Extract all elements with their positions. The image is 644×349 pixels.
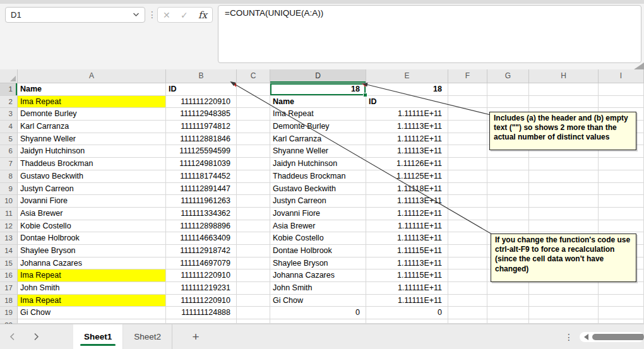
cell-D8[interactable]: Thaddeus Brockman bbox=[270, 170, 366, 183]
cell-A18[interactable]: Ima Repeat bbox=[18, 295, 166, 307]
cell-C12[interactable] bbox=[237, 220, 270, 233]
cell-F16[interactable] bbox=[448, 269, 487, 282]
cell-B10[interactable]: 111111961263 bbox=[166, 195, 237, 208]
cell-D5[interactable]: Karl Carranza bbox=[270, 133, 366, 146]
cell-C14[interactable] bbox=[237, 245, 270, 257]
cell-H11[interactable] bbox=[529, 208, 599, 220]
cell-H9[interactable] bbox=[529, 183, 599, 196]
cell-E18[interactable]: 1.11111E+11 bbox=[366, 295, 448, 307]
cell-E9[interactable]: 1.11118E+11 bbox=[366, 183, 448, 196]
cell-C19[interactable] bbox=[237, 307, 270, 319]
cell-I11[interactable] bbox=[599, 208, 644, 220]
row-header-3[interactable]: 3 bbox=[0, 108, 18, 121]
cell-B9[interactable]: 111112891447 bbox=[166, 183, 237, 196]
row-header-5[interactable]: 5 bbox=[0, 133, 18, 146]
cell-C17[interactable] bbox=[237, 282, 270, 295]
cell-G11[interactable] bbox=[487, 208, 529, 220]
column-header-F[interactable]: F bbox=[448, 69, 487, 83]
cell-D4[interactable]: Demonte Burley bbox=[270, 121, 366, 133]
cell-G7[interactable] bbox=[487, 158, 529, 170]
cell-B5[interactable]: 111112881846 bbox=[166, 133, 237, 146]
row-header-6[interactable]: 6 bbox=[0, 145, 18, 158]
cell-E13[interactable]: 1.11113E+11 bbox=[366, 232, 448, 245]
select-all-button[interactable] bbox=[0, 69, 18, 83]
row-header-18[interactable]: 18 bbox=[0, 295, 18, 307]
note-recalculation-tip[interactable]: If you change the function's code use ct… bbox=[491, 234, 636, 282]
cell-C7[interactable] bbox=[237, 158, 270, 170]
cancel-icon[interactable]: ✕ bbox=[163, 11, 170, 20]
cell-A5[interactable]: Shyanne Weller bbox=[18, 133, 166, 146]
cell-B11[interactable]: 111111334362 bbox=[166, 208, 237, 220]
cell-G12[interactable] bbox=[487, 220, 529, 233]
cell-C13[interactable] bbox=[237, 232, 270, 245]
cell-I2[interactable] bbox=[599, 96, 644, 109]
cell-F12[interactable] bbox=[448, 220, 487, 233]
row-header-16[interactable]: 16 bbox=[0, 269, 18, 282]
cell-B2[interactable]: 111111220910 bbox=[166, 96, 237, 109]
cell-G18[interactable] bbox=[487, 295, 529, 307]
cell-F15[interactable] bbox=[448, 257, 487, 270]
column-header-H[interactable]: H bbox=[529, 69, 599, 83]
cell-C5[interactable] bbox=[237, 133, 270, 146]
cell-C2[interactable] bbox=[237, 96, 270, 109]
cell-B3[interactable]: 111112948385 bbox=[166, 108, 237, 121]
row-header-1[interactable]: 1 bbox=[0, 83, 18, 96]
cell-E6[interactable]: 1.11113E+11 bbox=[366, 145, 448, 158]
cell-F18[interactable] bbox=[448, 295, 487, 307]
cell-D18[interactable]: Gi Chow bbox=[270, 295, 366, 307]
row-header-7[interactable]: 7 bbox=[0, 158, 18, 170]
tab-menu-ellipsis-icon[interactable]: ⋮ bbox=[558, 332, 580, 342]
cell-D16[interactable]: Johanna Cazares bbox=[270, 269, 366, 282]
cell-C1[interactable] bbox=[237, 83, 270, 96]
cell-F9[interactable] bbox=[448, 183, 487, 196]
cell-F1[interactable] bbox=[448, 83, 487, 96]
insert-function-icon[interactable]: fx bbox=[198, 9, 207, 21]
sheet-tab-sheet1[interactable]: Sheet1 bbox=[73, 324, 123, 349]
cell-B15[interactable]: 111114697079 bbox=[166, 257, 237, 270]
cell-H8[interactable] bbox=[529, 170, 599, 183]
cell-G9[interactable] bbox=[487, 183, 529, 196]
cell-F4[interactable] bbox=[448, 121, 487, 133]
cell-A19[interactable]: Gi Chow bbox=[18, 307, 166, 319]
cell-D19[interactable]: 0 bbox=[270, 307, 366, 319]
row-header-12[interactable]: 12 bbox=[0, 220, 18, 233]
cell-F11[interactable] bbox=[448, 208, 487, 220]
cell-C18[interactable] bbox=[237, 295, 270, 307]
sheet-nav-prev-button[interactable] bbox=[0, 324, 24, 349]
row-header-15[interactable]: 15 bbox=[0, 257, 18, 270]
cell-I7[interactable] bbox=[599, 158, 644, 170]
cell-A9[interactable]: Justyn Carreon bbox=[18, 183, 166, 196]
cell-H7[interactable] bbox=[529, 158, 599, 170]
cell-B14[interactable]: 111112918742 bbox=[166, 245, 237, 257]
cell-I8[interactable] bbox=[599, 170, 644, 183]
enter-icon[interactable]: ✓ bbox=[181, 11, 188, 20]
cell-E5[interactable]: 1.11112E+11 bbox=[366, 133, 448, 146]
cell-B17[interactable]: 111111219231 bbox=[166, 282, 237, 295]
cell-C4[interactable] bbox=[237, 121, 270, 133]
cell-I17[interactable] bbox=[599, 282, 644, 295]
cell-D9[interactable]: Gustavo Beckwith bbox=[270, 183, 366, 196]
cell-C8[interactable] bbox=[237, 170, 270, 183]
scrollbar-thumb[interactable] bbox=[592, 334, 644, 340]
cell-F8[interactable] bbox=[448, 170, 487, 183]
cell-F20[interactable] bbox=[448, 319, 487, 324]
cell-B18[interactable]: 111111220910 bbox=[166, 295, 237, 307]
cell-D3[interactable]: Ima Repeat bbox=[270, 108, 366, 121]
cell-A15[interactable]: Johanna Cazares bbox=[18, 257, 166, 270]
cell-D13[interactable]: Kobie Costello bbox=[270, 232, 366, 245]
cell-A13[interactable]: Dontae Holbrook bbox=[18, 232, 166, 245]
cell-G17[interactable] bbox=[487, 282, 529, 295]
cell-A17[interactable]: John Smith bbox=[18, 282, 166, 295]
cell-I1[interactable] bbox=[599, 83, 644, 96]
cell-F14[interactable] bbox=[448, 245, 487, 257]
cell-I10[interactable] bbox=[599, 195, 644, 208]
cell-E16[interactable]: 1.11115E+11 bbox=[366, 269, 448, 282]
cell-B7[interactable]: 111124981039 bbox=[166, 158, 237, 170]
column-header-I[interactable]: I bbox=[599, 69, 644, 83]
name-box[interactable]: D1 bbox=[5, 7, 145, 23]
cell-C9[interactable] bbox=[237, 183, 270, 196]
cell-A16[interactable]: Ima Repeat bbox=[18, 269, 166, 282]
cell-G8[interactable] bbox=[487, 170, 529, 183]
column-header-E[interactable]: E bbox=[366, 69, 448, 83]
cell-A4[interactable]: Karl Carranza bbox=[18, 121, 166, 133]
